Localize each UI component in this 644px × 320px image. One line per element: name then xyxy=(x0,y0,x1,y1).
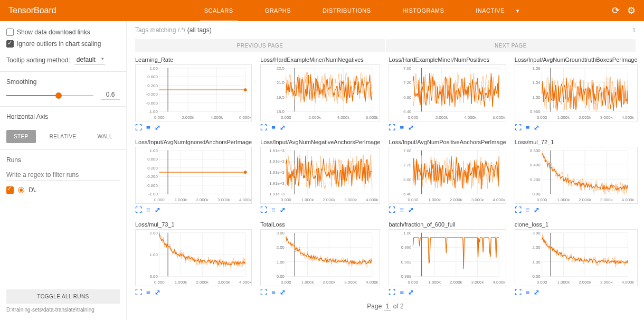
expand-icon[interactable]: ⛶ xyxy=(389,206,395,214)
show-data-links-checkbox[interactable] xyxy=(6,29,14,36)
fullscreen-icon[interactable]: ⤢ xyxy=(408,124,414,131)
list-icon[interactable]: ≡ xyxy=(271,288,276,296)
list-icon[interactable]: ≡ xyxy=(400,124,404,131)
svg-text:-1.00: -1.00 xyxy=(148,109,158,114)
fullscreen-icon[interactable]: ⤢ xyxy=(155,288,160,296)
haxis-relative-button[interactable]: RELATIVE xyxy=(42,130,84,143)
chart-card: TotalLoss3.002.001.000.000.0001.000k2.00… xyxy=(260,221,380,298)
chart-title: Loss/HardExampleMiner/NumPositives xyxy=(389,57,506,63)
list-icon[interactable]: ≡ xyxy=(526,124,530,131)
haxis-step-button[interactable]: STEP xyxy=(6,130,36,143)
svg-text:0.000: 0.000 xyxy=(537,115,547,120)
previous-page-button[interactable]: PREVIOUS PAGE xyxy=(135,39,385,52)
fullscreen-icon[interactable]: ⤢ xyxy=(408,288,414,296)
expand-icon[interactable]: ⛶ xyxy=(135,124,142,131)
tab-scalars[interactable]: SCALARS xyxy=(204,1,233,20)
fullscreen-icon[interactable]: ⤢ xyxy=(534,288,539,296)
svg-text:1.91e+3: 1.91e+3 xyxy=(269,192,285,196)
svg-text:1.00: 1.00 xyxy=(150,148,158,153)
expand-icon[interactable]: ⛶ xyxy=(260,124,267,131)
run-row[interactable]: D\. xyxy=(6,186,120,194)
expand-icon[interactable]: ⛶ xyxy=(389,124,395,131)
fullscreen-icon[interactable]: ⤢ xyxy=(155,124,160,131)
svg-text:6.000k: 6.000k xyxy=(493,115,506,120)
chart-title: Loss/mul_72_1 xyxy=(515,139,638,145)
tab-graphs[interactable]: GRAPHS xyxy=(265,1,291,20)
run-checkbox[interactable] xyxy=(6,186,14,194)
svg-text:2.000k: 2.000k xyxy=(579,280,591,285)
toggle-all-runs-button[interactable]: TOGGLE ALL RUNS xyxy=(6,289,120,304)
fullscreen-icon[interactable]: ⤢ xyxy=(155,206,160,214)
svg-text:0.200: 0.200 xyxy=(147,83,158,88)
svg-text:2.000k: 2.000k xyxy=(579,115,591,120)
chevron-down-icon: ▼ xyxy=(515,8,520,14)
tag-count: 1 xyxy=(632,27,636,33)
page-number[interactable]: 1 xyxy=(384,303,392,310)
gear-icon[interactable]: ⚙ xyxy=(627,5,636,16)
main-tabs: SCALARS GRAPHS DISTRIBUTIONS HISTOGRAMS … xyxy=(204,1,520,20)
list-icon[interactable]: ≡ xyxy=(400,206,404,214)
svg-text:1.000k: 1.000k xyxy=(557,115,570,120)
list-icon[interactable]: ≡ xyxy=(146,124,150,131)
svg-text:-0.200: -0.200 xyxy=(146,174,158,179)
tooltip-sort-select[interactable]: default xyxy=(74,55,105,65)
logdir-path: D:\training-sets\data-translate\training xyxy=(6,307,120,313)
haxis-wall-button[interactable]: WALL xyxy=(90,130,120,143)
svg-text:0.000: 0.000 xyxy=(281,280,291,285)
list-icon[interactable]: ≡ xyxy=(271,124,276,131)
runs-label: Runs xyxy=(6,156,120,164)
expand-icon[interactable]: ⛶ xyxy=(135,206,142,214)
smoothing-value[interactable]: 0.6 xyxy=(101,91,120,100)
show-data-links-label: Show data download links xyxy=(17,29,90,36)
expand-icon[interactable]: ⛶ xyxy=(260,288,267,296)
slider-thumb[interactable] xyxy=(55,92,62,99)
runs-filter-input[interactable] xyxy=(6,169,120,181)
smoothing-slider[interactable] xyxy=(6,95,93,96)
svg-text:0.200: 0.200 xyxy=(147,166,158,171)
expand-icon[interactable]: ⛶ xyxy=(260,206,267,214)
tab-inactive[interactable]: INACTIVE▼ xyxy=(476,1,520,20)
svg-text:1.04: 1.04 xyxy=(532,80,541,85)
chart-card: batch/fraction_of_600_full1.000.9960.992… xyxy=(389,221,506,298)
expand-icon[interactable]: ⛶ xyxy=(135,288,142,296)
next-page-button[interactable]: NEXT PAGE xyxy=(386,39,636,52)
svg-text:19.5: 19.5 xyxy=(277,95,285,100)
svg-text:-0.600: -0.600 xyxy=(146,183,158,188)
run-name: D\. xyxy=(29,186,36,194)
smoothing-label: Smoothing xyxy=(6,78,120,86)
fullscreen-icon[interactable]: ⤢ xyxy=(534,206,539,214)
expand-icon[interactable]: ⛶ xyxy=(515,124,522,131)
ignore-outliers-checkbox[interactable] xyxy=(6,40,14,48)
svg-text:3.00: 3.00 xyxy=(532,231,541,236)
logo: TensorBoard xyxy=(8,6,56,15)
tab-distributions[interactable]: DISTRIBUTIONS xyxy=(323,1,371,20)
fullscreen-icon[interactable]: ⤢ xyxy=(408,206,414,214)
svg-text:4.000k: 4.000k xyxy=(211,115,223,120)
svg-text:2.00: 2.00 xyxy=(150,231,158,236)
fullscreen-icon[interactable]: ⤢ xyxy=(280,206,286,214)
list-icon[interactable]: ≡ xyxy=(526,206,530,214)
svg-text:0.600: 0.600 xyxy=(147,157,158,162)
list-icon[interactable]: ≡ xyxy=(271,206,276,214)
refresh-icon[interactable]: ⟳ xyxy=(612,5,620,16)
expand-icon[interactable]: ⛶ xyxy=(389,288,395,296)
svg-text:1.00: 1.00 xyxy=(150,66,158,71)
svg-text:1.000k: 1.000k xyxy=(301,197,314,202)
list-icon[interactable]: ≡ xyxy=(526,288,530,296)
fullscreen-icon[interactable]: ⤢ xyxy=(280,124,286,131)
fullscreen-icon[interactable]: ⤢ xyxy=(280,288,286,296)
list-icon[interactable]: ≡ xyxy=(400,288,404,296)
run-radio[interactable] xyxy=(18,187,24,193)
svg-text:0.000: 0.000 xyxy=(408,115,419,120)
list-icon[interactable]: ≡ xyxy=(146,206,150,214)
svg-text:1.00: 1.00 xyxy=(150,252,158,257)
tab-histograms[interactable]: HISTOGRAMS xyxy=(403,1,444,20)
list-icon[interactable]: ≡ xyxy=(146,288,150,296)
svg-text:-1.00: -1.00 xyxy=(148,192,158,196)
fullscreen-icon[interactable]: ⤢ xyxy=(534,124,539,131)
chart-title: Loss/Input/AvgNumGroundtruthBoxesPerImag… xyxy=(515,57,638,63)
svg-text:3.000k: 3.000k xyxy=(600,280,613,285)
expand-icon[interactable]: ⛶ xyxy=(515,206,522,214)
chart-title: clone_loss_1 xyxy=(515,221,638,228)
expand-icon[interactable]: ⛶ xyxy=(515,288,522,296)
